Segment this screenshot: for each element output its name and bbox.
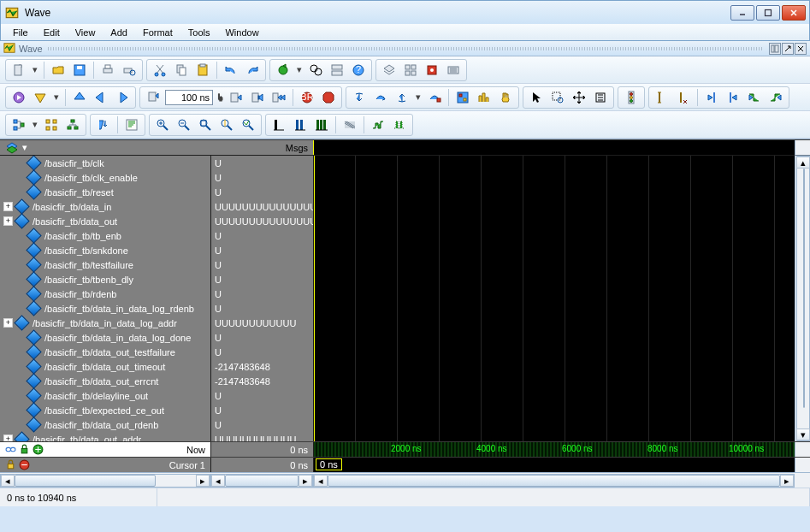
layers-icon[interactable]	[380, 61, 399, 80]
time-unit-dropdown[interactable]: 🖢	[216, 92, 224, 103]
cursor-track[interactable]: 0 ns	[313, 458, 795, 472]
wave-mode-1-icon[interactable]	[269, 115, 288, 134]
signal-row[interactable]: +/basicfir_tb/data_out_addr	[0, 432, 210, 441]
cursor-lock-icon[interactable]	[5, 459, 16, 470]
paste-icon[interactable]	[193, 61, 212, 80]
step-out-icon[interactable]	[393, 88, 411, 107]
scroll-up-icon[interactable]: ▴	[796, 157, 810, 168]
zoom-full-icon[interactable]	[196, 115, 215, 134]
signal-row[interactable]: /basicfir_tb/data_out_errcnt	[0, 374, 210, 388]
copy-icon[interactable]	[172, 61, 191, 80]
remove-cursor-icon[interactable]	[19, 459, 30, 470]
waveform-pulse-icon[interactable]	[390, 115, 409, 134]
memory-icon[interactable]	[423, 61, 441, 80]
sig-hscroll[interactable]: ◂▸	[0, 474, 210, 488]
wave-column[interactable]	[313, 156, 795, 441]
wave-hscroll[interactable]: ◂▸	[313, 474, 795, 488]
grid-settings-icon[interactable]	[401, 61, 420, 80]
find-icon[interactable]	[306, 61, 325, 80]
edit-graphic-icon[interactable]	[591, 88, 610, 107]
wave-mode-2-icon[interactable]	[291, 115, 310, 134]
signal-row[interactable]: /basicfir_tb/delayline_out	[0, 388, 210, 403]
stop-icon[interactable]	[319, 88, 338, 107]
step-over-icon[interactable]	[371, 88, 390, 107]
expand-toggle[interactable]: +	[3, 434, 13, 441]
next-rising-icon[interactable]	[766, 88, 785, 107]
continue-run-icon[interactable]	[248, 88, 267, 107]
time-ruler[interactable]: 2000 ns 4000 ns 6000 ns 8000 ns 10000 ns	[313, 442, 795, 457]
coverage-icon[interactable]	[453, 88, 472, 107]
menu-window[interactable]: Window	[218, 26, 265, 39]
signal-row[interactable]: /basicfir_tb/clk_enable	[0, 170, 210, 185]
refresh-dropdown[interactable]: ▾	[295, 64, 304, 75]
signal-row[interactable]: /basicfir_tb/clk	[0, 156, 210, 170]
expand-toggle[interactable]: +	[3, 318, 13, 328]
pane-undock-icon[interactable]	[782, 43, 794, 55]
signal-row[interactable]: +/basicfir_tb/data_in_data_log_addr	[0, 316, 210, 330]
cursor-row[interactable]: Cursor 1	[0, 458, 210, 472]
expand-toggle[interactable]: +	[3, 202, 13, 211]
pane-close-icon[interactable]	[795, 43, 807, 55]
pattern-1-icon[interactable]	[340, 115, 359, 134]
nav-back-icon[interactable]	[92, 88, 110, 107]
new-dropdown[interactable]: ▾	[31, 64, 39, 75]
print-icon[interactable]	[98, 61, 117, 80]
minimize-button[interactable]	[730, 5, 754, 21]
maximize-button[interactable]	[756, 5, 780, 21]
signal-row[interactable]: /basicfir_tb/data_out_testfailure	[0, 345, 210, 359]
break-icon[interactable]: BR	[298, 88, 316, 107]
signal-row[interactable]: /basicfir_tb/data_in_data_log_rdenb	[0, 301, 210, 316]
signal-row[interactable]: /basicfir_tb/reset	[0, 185, 210, 199]
run-icon[interactable]	[227, 88, 245, 107]
new-file-icon[interactable]	[9, 61, 28, 80]
profile-icon[interactable]	[475, 88, 494, 107]
cursor-next-trans-icon[interactable]	[724, 88, 742, 107]
zoom-region-icon[interactable]	[548, 88, 567, 107]
options-icon[interactable]	[31, 88, 50, 107]
add-cursor-icon[interactable]	[33, 444, 44, 455]
signal-row[interactable]: /basicfir_tb/rdenb	[0, 287, 210, 301]
scroll-down-icon[interactable]: ▾	[796, 429, 810, 440]
expand-toggle[interactable]: +	[3, 216, 13, 226]
menu-edit[interactable]: Edit	[37, 26, 67, 39]
step-run-icon[interactable]	[425, 88, 444, 107]
signal-row[interactable]: +/basicfir_tb/data_in	[0, 199, 210, 214]
move-icon[interactable]	[570, 88, 588, 107]
lock-icon[interactable]	[19, 444, 30, 455]
objects-button[interactable]	[3, 141, 21, 155]
zoom-other-icon[interactable]	[239, 115, 257, 134]
pane-layout-icon[interactable]	[769, 43, 781, 55]
signal-row[interactable]: /basicfir_tb/expected_ce_out	[0, 403, 210, 417]
nav-fwd-icon[interactable]	[113, 88, 132, 107]
compile-dropdown[interactable]: ▾	[52, 92, 61, 103]
restart-icon[interactable]	[144, 88, 163, 107]
zoom-cursor-icon[interactable]	[217, 115, 236, 134]
print-preview-icon[interactable]	[120, 61, 139, 80]
signal-row[interactable]: /basicfir_tb/data_out_rdenb	[0, 417, 210, 432]
wave-mode-3-icon[interactable]	[312, 115, 331, 134]
signal-row[interactable]: /basicfir_tb/data_out_timeout	[0, 359, 210, 374]
cursor-delete-icon[interactable]	[674, 88, 693, 107]
cut-icon[interactable]	[151, 61, 169, 80]
menu-format[interactable]: Format	[136, 26, 180, 39]
menu-tools[interactable]: Tools	[181, 26, 217, 39]
zoom-in-icon[interactable]	[153, 115, 172, 134]
signal-row[interactable]: /basicfir_tb/tbenb_dly	[0, 272, 210, 287]
sort-icon[interactable]	[94, 115, 113, 134]
traffic-light-icon[interactable]	[622, 88, 641, 107]
replace-icon[interactable]	[328, 61, 346, 80]
run-all-icon[interactable]	[269, 88, 288, 107]
step-into-icon[interactable]	[350, 88, 369, 107]
redo-icon[interactable]	[243, 61, 262, 80]
vertical-scrollbar[interactable]: ▴ ▾	[795, 156, 810, 441]
save-icon[interactable]	[70, 61, 89, 80]
link-icon[interactable]	[5, 444, 16, 455]
undo-icon[interactable]	[222, 61, 240, 80]
help-icon[interactable]: ?	[349, 61, 368, 80]
step-dropdown[interactable]: ▾	[414, 92, 423, 103]
menu-view[interactable]: View	[68, 26, 103, 39]
signal-row[interactable]: /basicfir_tb/testfailure	[0, 257, 210, 272]
open-icon[interactable]	[49, 61, 68, 80]
cursor-select-icon[interactable]	[527, 88, 546, 107]
filter-icon[interactable]	[122, 115, 141, 134]
